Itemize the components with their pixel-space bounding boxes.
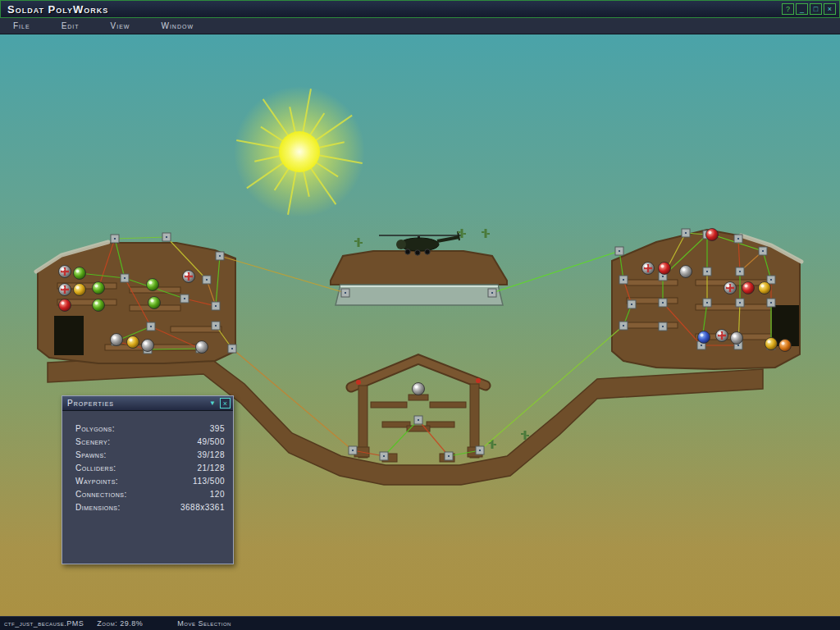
waypoint-marker[interactable] (619, 322, 628, 330)
waypoint-marker[interactable] (414, 416, 422, 424)
waypoint-marker[interactable] (736, 267, 744, 276)
spawn-point-green[interactable] (93, 299, 105, 312)
property-row-waypoints: Waypoints: 113/500 (75, 477, 225, 490)
waypoint-marker[interactable] (659, 322, 667, 331)
waypoint-marker[interactable] (349, 446, 357, 454)
spawn-point-red[interactable] (659, 262, 671, 275)
maximize-button[interactable]: □ (810, 3, 822, 15)
waypoint-marker[interactable] (659, 299, 667, 307)
spawn-point-flag[interactable] (716, 330, 728, 342)
waypoint-marker[interactable] (767, 276, 775, 284)
window-controls: ? _ □ × (780, 3, 836, 15)
waypoint-marker[interactable] (203, 276, 211, 284)
sun-scenery[interactable] (234, 86, 365, 217)
status-bar: ctf_just_because.PMS Zoom: 29.8% Move Se… (0, 616, 840, 630)
spawn-point-yellow[interactable] (765, 338, 778, 350)
property-row-dimensions: Dimensions: 3688x3361 (75, 503, 225, 516)
spawn-point-yellow[interactable] (759, 282, 771, 294)
waypoint-marker[interactable] (212, 302, 220, 310)
spawn-point-silver[interactable] (731, 332, 743, 345)
property-row-connections: Connections: 120 (75, 490, 225, 503)
menu-view[interactable]: View (104, 21, 137, 30)
spawn-point-silver[interactable] (413, 383, 425, 395)
waypoint-marker[interactable] (619, 276, 628, 284)
spawn-point-yellow[interactable] (127, 336, 139, 349)
waypoint-marker[interactable] (212, 322, 220, 330)
spawn-point-blue[interactable] (698, 331, 710, 344)
property-row-colliders: Colliders: 21/128 (75, 463, 225, 477)
spawn-point-flag[interactable] (183, 271, 195, 283)
waypoint-marker[interactable] (759, 247, 767, 255)
properties-panel-title: Properties (65, 399, 209, 408)
spawn-point-flag[interactable] (642, 262, 655, 275)
properties-panel-titlebar[interactable]: Properties ▼ × (62, 396, 233, 411)
connection-line (220, 256, 345, 293)
polyworks-window: Soldat PolyWorks ? _ □ × File Edit View … (0, 0, 840, 630)
waypoint-marker[interactable] (703, 299, 711, 307)
waypoint-marker[interactable] (628, 300, 636, 308)
cactus-scenery[interactable] (482, 229, 490, 238)
property-row-scenery: Scenery: 49/500 (75, 437, 225, 450)
spawn-point-green[interactable] (147, 279, 159, 291)
property-row-spawns: Spawns: 39/128 (75, 450, 225, 463)
property-row-polygons: Polygons: 395 (75, 424, 225, 437)
help-button[interactable]: ? (782, 3, 794, 15)
spawn-point-green[interactable] (74, 267, 86, 280)
menu-window[interactable]: Window (154, 21, 200, 30)
bunker-red-marker (476, 378, 481, 383)
waypoint-marker[interactable] (121, 274, 129, 282)
status-zoom: Zoom: 29.8% (97, 619, 143, 628)
minimize-button[interactable]: _ (796, 3, 808, 15)
waypoint-marker[interactable] (216, 252, 224, 260)
waypoint-marker[interactable] (341, 289, 349, 297)
spawn-point-flag[interactable] (59, 284, 71, 296)
title-bar[interactable]: Soldat PolyWorks ? _ □ × (0, 0, 840, 18)
waypoint-marker[interactable] (180, 294, 189, 303)
spawn-point-flag[interactable] (724, 282, 737, 294)
menu-file[interactable]: File (7, 21, 37, 30)
spawn-point-green[interactable] (93, 282, 105, 294)
waypoint-marker[interactable] (445, 452, 453, 460)
spawn-point-red[interactable] (742, 282, 755, 294)
spawn-point-silver[interactable] (142, 340, 154, 352)
window-title: Soldat PolyWorks (4, 3, 108, 16)
properties-panel-body: Polygons: 395 Scenery: 49/500 Spawns: 39… (62, 411, 233, 516)
waypoint-marker[interactable] (703, 267, 711, 276)
close-button[interactable]: × (824, 3, 836, 15)
menu-bar: File Edit View Window (0, 18, 840, 34)
waypoint-marker[interactable] (734, 235, 742, 243)
spawn-point-orange[interactable] (779, 340, 792, 352)
chevron-down-icon[interactable]: ▼ (209, 399, 216, 407)
terrain-center-platform[interactable] (331, 251, 507, 305)
spawn-point-flag[interactable] (59, 266, 71, 278)
waypoint-marker[interactable] (111, 235, 119, 243)
waypoint-marker[interactable] (476, 446, 484, 454)
menu-edit[interactable]: Edit (55, 21, 86, 30)
waypoint-marker[interactable] (767, 299, 775, 307)
waypoint-marker[interactable] (488, 289, 496, 297)
status-mode: Move Selection (177, 619, 231, 628)
status-filename: ctf_just_because.PMS (4, 619, 84, 628)
spawn-point-green[interactable] (148, 297, 161, 309)
terrain-bunker[interactable] (351, 359, 486, 462)
waypoint-marker[interactable] (736, 299, 744, 307)
cactus-scenery[interactable] (354, 238, 363, 247)
properties-panel[interactable]: Properties ▼ × Polygons: 395 Scenery: 49… (62, 395, 234, 564)
connection-line (115, 237, 167, 239)
waypoint-marker[interactable] (147, 322, 155, 331)
waypoint-marker[interactable] (380, 452, 388, 460)
spawn-point-red[interactable] (706, 229, 719, 241)
waypoint-marker[interactable] (615, 247, 623, 255)
spawn-point-silver[interactable] (196, 341, 208, 354)
spawn-point-red[interactable] (59, 299, 71, 312)
bunker-red-marker (356, 380, 361, 385)
spawn-point-yellow[interactable] (74, 284, 86, 296)
spawn-point-silver[interactable] (111, 334, 123, 346)
spawn-point-silver[interactable] (680, 266, 692, 278)
waypoint-marker[interactable] (228, 345, 236, 353)
cactus-scenery[interactable] (488, 440, 496, 449)
waypoint-marker[interactable] (162, 233, 171, 241)
waypoint-marker[interactable] (682, 229, 690, 237)
sun-core (279, 131, 320, 172)
panel-close-button[interactable]: × (220, 398, 231, 409)
